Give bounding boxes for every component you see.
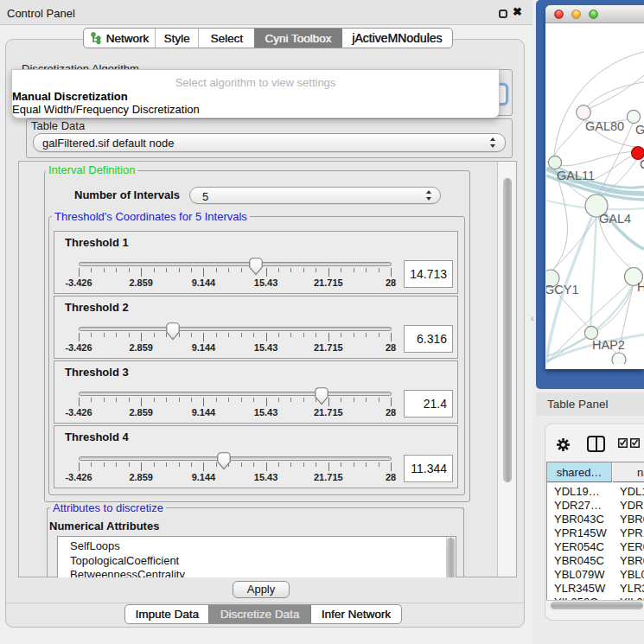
- svg-text:GA: GA: [635, 123, 644, 137]
- svg-text:H: H: [637, 280, 644, 294]
- svg-text:GAL11: GAL11: [557, 169, 595, 182]
- svg-text:HAP2: HAP2: [592, 338, 625, 352]
- svg-text:C: C: [640, 157, 644, 171]
- svg-text:GAL80: GAL80: [585, 119, 624, 133]
- svg-text:GAL4: GAL4: [599, 212, 631, 226]
- svg-text:GCY1: GCY1: [546, 283, 579, 296]
